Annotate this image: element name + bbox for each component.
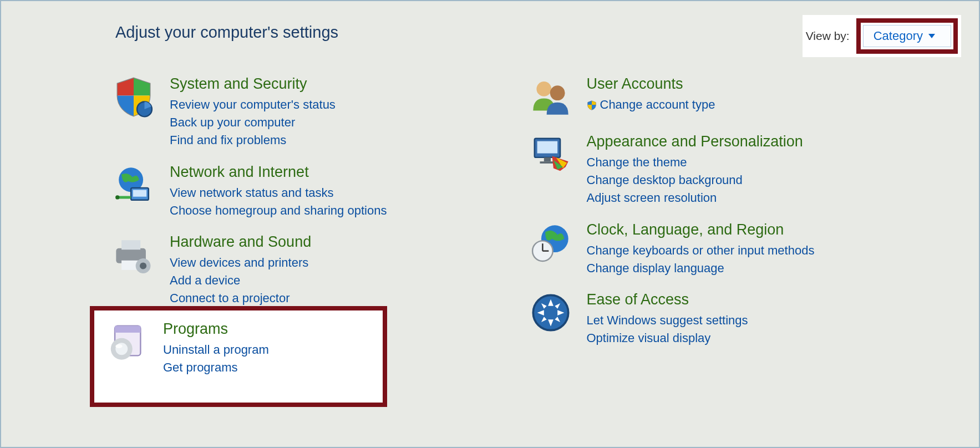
link-optimize-visual[interactable]: Optimize visual display [587, 329, 748, 347]
link-desktop-bg[interactable]: Change desktop background [587, 171, 803, 189]
link-find-fix[interactable]: Find and fix problems [170, 131, 336, 149]
link-projector[interactable]: Connect to a projector [170, 289, 383, 307]
link-homegroup[interactable]: Choose homegroup and sharing options [170, 202, 387, 220]
svg-rect-23 [115, 326, 140, 333]
svg-point-5 [115, 195, 119, 199]
page-title: Adjust your computer's settings [115, 23, 338, 42]
programs-title[interactable]: Programs [163, 320, 269, 338]
svg-rect-16 [540, 161, 555, 164]
appearance-title[interactable]: Appearance and Personalization [587, 133, 803, 150]
category-system-security: System and Security Review your computer… [112, 75, 529, 149]
viewby-value: Category [874, 29, 923, 43]
link-suggest-settings[interactable]: Let Windows suggest settings [587, 312, 748, 329]
user-accounts-icon [529, 75, 572, 119]
link-display-lang[interactable]: Change display language [587, 259, 815, 277]
category-user-accounts: User Accounts Change account type [529, 75, 946, 119]
clock-globe-icon [529, 221, 572, 264]
link-get-programs[interactable]: Get programs [163, 359, 269, 376]
link-keyboards[interactable]: Change keyboards or other input methods [587, 242, 815, 259]
svg-point-11 [536, 82, 551, 96]
category-ease-access: Ease of Access Let Windows suggest setti… [529, 291, 946, 347]
link-change-theme[interactable]: Change the theme [587, 154, 803, 171]
viewby-label: View by: [806, 29, 850, 43]
shield-icon [112, 75, 155, 119]
ease-title[interactable]: Ease of Access [587, 291, 748, 308]
programs-icon [105, 320, 149, 364]
network-title[interactable]: Network and Internet [170, 164, 387, 181]
link-change-account-type[interactable]: Change account type [587, 96, 715, 115]
right-column: User Accounts Change account type [529, 68, 946, 362]
svg-rect-7 [121, 241, 140, 250]
viewby-container: View by: Category [803, 15, 961, 57]
globe-network-icon [112, 164, 155, 207]
link-backup[interactable]: Back up your computer [170, 114, 336, 131]
svg-rect-3 [133, 190, 146, 196]
clock-title[interactable]: Clock, Language, and Region [587, 221, 815, 238]
link-add-device[interactable]: Add a device [170, 272, 383, 289]
ease-access-icon [529, 291, 572, 334]
svg-rect-14 [537, 141, 557, 154]
hardware-title[interactable]: Hardware and Sound [170, 233, 383, 251]
category-appearance: Appearance and Personalization Change th… [529, 133, 946, 207]
svg-rect-15 [544, 157, 550, 161]
chevron-down-icon [928, 34, 935, 38]
svg-point-12 [550, 85, 565, 100]
category-programs-highlight: Programs Uninstall a program Get program… [90, 306, 387, 407]
printer-icon [112, 233, 155, 277]
uac-shield-icon [587, 98, 597, 115]
viewby-dropdown[interactable]: Category [863, 25, 951, 47]
user-accounts-title[interactable]: User Accounts [587, 75, 715, 93]
link-devices-printers[interactable]: View devices and printers [170, 254, 383, 272]
viewby-highlight: Category [856, 18, 958, 54]
link-review-status[interactable]: Review your computer's status [170, 96, 336, 114]
link-network-status[interactable]: View network status and tasks [170, 184, 387, 202]
system-security-title[interactable]: System and Security [170, 75, 336, 93]
link-screen-res[interactable]: Adjust screen resolution [587, 189, 803, 207]
category-clock-language: Clock, Language, and Region Change keybo… [529, 221, 946, 277]
svg-point-26 [115, 344, 122, 348]
appearance-icon [529, 133, 572, 176]
svg-point-10 [140, 263, 146, 269]
category-network: Network and Internet View network status… [112, 164, 529, 220]
link-uninstall-program[interactable]: Uninstall a program [163, 341, 269, 359]
